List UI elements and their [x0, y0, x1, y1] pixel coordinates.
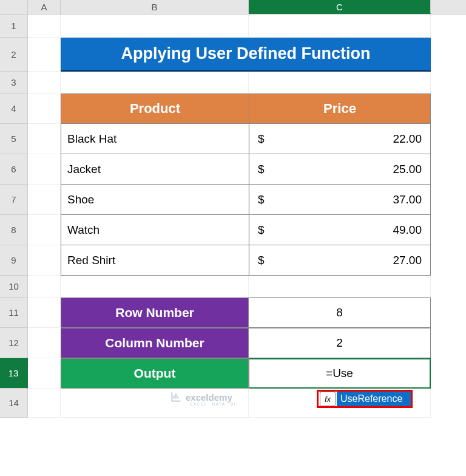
- column-header-row: A B C: [0, 0, 466, 15]
- chart-icon: [170, 391, 182, 403]
- row-header-1[interactable]: 1: [0, 15, 28, 38]
- price-value: 27.00: [393, 254, 422, 267]
- row-header-6[interactable]: 6: [0, 154, 28, 185]
- cell-c1[interactable]: [249, 15, 431, 38]
- column-number-value[interactable]: 2: [249, 328, 431, 358]
- page-title: Applying User Defined Function: [61, 38, 431, 72]
- cell-a3[interactable]: [28, 72, 61, 93]
- row-header-13[interactable]: 13: [0, 358, 28, 389]
- cell-a8[interactable]: [28, 215, 61, 245]
- row-header-14[interactable]: 14: [0, 389, 28, 418]
- cell-c3[interactable]: [249, 72, 431, 93]
- product-name[interactable]: Red Shirt: [61, 245, 249, 276]
- price-value: 22.00: [393, 132, 422, 146]
- watermark-subtitle: EXCEL · DATA · BI: [190, 402, 235, 406]
- col-header-a[interactable]: A: [28, 0, 61, 14]
- fx-icon: fx: [320, 392, 336, 406]
- product-price[interactable]: $49.00: [249, 215, 431, 245]
- cell-a5[interactable]: [28, 124, 61, 154]
- cell-a7[interactable]: [28, 185, 61, 215]
- product-name[interactable]: Jacket: [61, 154, 249, 185]
- output-label: Output: [61, 358, 249, 389]
- parameter-block: Row Number 8 Column Number 2 Output =Use: [61, 298, 431, 389]
- header-product: Product: [61, 93, 249, 124]
- currency: $: [258, 163, 265, 176]
- output-formula-cell[interactable]: =Use: [249, 358, 431, 389]
- table-row: Red Shirt $27.00: [61, 245, 431, 276]
- row-number-value[interactable]: 8: [249, 298, 431, 328]
- cell-b10[interactable]: [61, 276, 249, 298]
- cell-a12[interactable]: [28, 328, 61, 358]
- cell-a9[interactable]: [28, 245, 61, 276]
- autocomplete-item[interactable]: UseReference: [337, 392, 411, 406]
- product-name[interactable]: Shoe: [61, 185, 249, 215]
- column-number-label: Column Number: [61, 328, 249, 358]
- row-header-11[interactable]: 11: [0, 298, 28, 328]
- col-header-c[interactable]: C: [249, 0, 431, 14]
- header-price: Price: [249, 93, 431, 124]
- row-header-10[interactable]: 10: [0, 276, 28, 298]
- row-header-7[interactable]: 7: [0, 185, 28, 215]
- cell-a10[interactable]: [28, 276, 61, 298]
- price-value: 37.00: [393, 193, 422, 206]
- table-row: Watch $49.00: [61, 215, 431, 245]
- cell-a1[interactable]: [28, 15, 61, 38]
- row-header-8[interactable]: 8: [0, 215, 28, 245]
- cell-b3[interactable]: [61, 72, 249, 93]
- row-header-9[interactable]: 9: [0, 245, 28, 276]
- currency: $: [258, 193, 265, 206]
- row-header-2[interactable]: 2: [0, 38, 28, 72]
- product-name[interactable]: Watch: [61, 215, 249, 245]
- row-header-5[interactable]: 5: [0, 124, 28, 154]
- currency: $: [258, 223, 265, 237]
- table-row: Black Hat $22.00: [61, 124, 431, 154]
- formula-autocomplete[interactable]: fx UseReference: [317, 390, 413, 408]
- row-header-3[interactable]: 3: [0, 72, 28, 93]
- row-header-12[interactable]: 12: [0, 328, 28, 358]
- product-table: Black Hat $22.00 Jacket $25.00 Shoe $37.…: [61, 124, 431, 276]
- watermark-brand: exceldemy: [186, 392, 232, 403]
- price-value: 25.00: [393, 163, 422, 176]
- currency: $: [258, 254, 265, 267]
- table-row: Jacket $25.00: [61, 154, 431, 185]
- product-name[interactable]: Black Hat: [61, 124, 249, 154]
- cell-a6[interactable]: [28, 154, 61, 185]
- price-value: 49.00: [393, 223, 422, 237]
- cell-a11[interactable]: [28, 298, 61, 328]
- product-price[interactable]: $37.00: [249, 185, 431, 215]
- row-header-4[interactable]: 4: [0, 93, 28, 124]
- cell-b1[interactable]: [61, 15, 249, 38]
- currency: $: [258, 132, 265, 146]
- cell-a13[interactable]: [28, 358, 61, 389]
- cell-a14[interactable]: [28, 389, 61, 418]
- product-price[interactable]: $22.00: [249, 124, 431, 154]
- product-table-header: Product Price: [61, 93, 431, 124]
- row-number-label: Row Number: [61, 298, 249, 328]
- cell-a4[interactable]: [28, 93, 61, 124]
- watermark: exceldemy: [170, 391, 232, 403]
- col-header-b[interactable]: B: [61, 0, 249, 14]
- table-row: Shoe $37.00: [61, 185, 431, 215]
- cell-a2[interactable]: [28, 38, 61, 72]
- product-price[interactable]: $25.00: [249, 154, 431, 185]
- select-all-corner[interactable]: [0, 0, 28, 14]
- cell-c10[interactable]: [249, 276, 431, 298]
- product-price[interactable]: $27.00: [249, 245, 431, 276]
